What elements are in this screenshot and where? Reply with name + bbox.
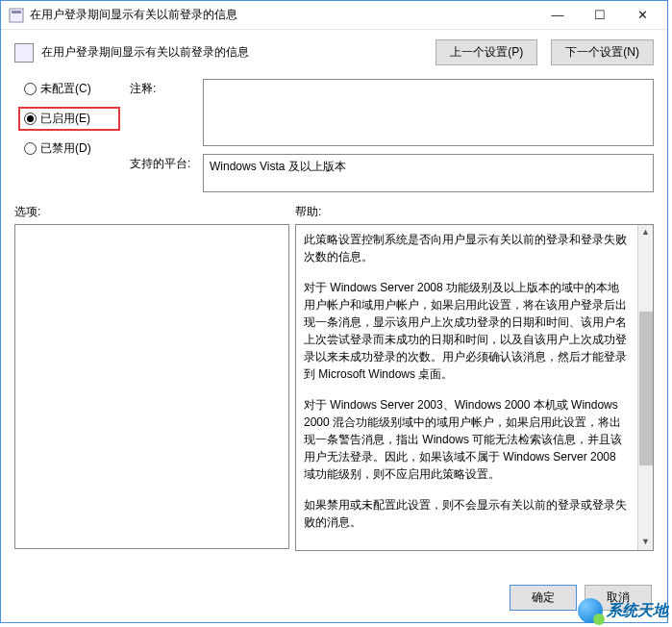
state-radio-group: 未配置(C) 已启用(E) 已禁用(D) [14, 79, 120, 157]
window-title: 在用户登录期间显示有关以前登录的信息 [30, 7, 536, 23]
help-paragraph: 对于 Windows Server 2008 功能级别及以上版本的域中的本地用户… [304, 279, 628, 383]
help-box: 此策略设置控制系统是否向用户显示有关以前的登录和登录失败次数的信息。 对于 Wi… [295, 224, 654, 551]
scroll-down-icon[interactable]: ▼ [638, 535, 654, 550]
previous-setting-button[interactable]: 上一个设置(P) [436, 39, 537, 65]
fields-column: 注释: 支持的平台: Windows Vista 及以上版本 [130, 79, 654, 192]
help-paragraph: 此策略设置控制系统是否向用户显示有关以前的登录和登录失败次数的信息。 [304, 231, 628, 265]
close-button[interactable]: ✕ [621, 2, 663, 29]
content-area: 在用户登录期间显示有关以前登录的信息 上一个设置(P) 下一个设置(N) 未配置… [1, 30, 667, 551]
radio-icon [24, 113, 37, 125]
radio-disabled[interactable]: 已禁用(D) [24, 140, 120, 157]
scroll-up-icon[interactable]: ▲ [638, 225, 654, 240]
lower-row: 选项: 帮助: 此策略设置控制系统是否向用户显示有关以前的登录和登录失败次数的信… [14, 204, 654, 551]
ok-button[interactable]: 确定 [510, 585, 577, 611]
platform-value: Windows Vista 及以上版本 [210, 160, 346, 173]
titlebar: 在用户登录期间显示有关以前登录的信息 — ☐ ✕ [1, 1, 667, 30]
help-paragraph: 对于 Windows Server 2003、Windows 2000 本机或 … [304, 396, 628, 483]
radio-enabled[interactable]: 已启用(E) [24, 111, 114, 127]
radio-label: 已启用(E) [40, 111, 90, 127]
cancel-button[interactable]: 取消 [585, 585, 652, 611]
platform-row: 支持的平台: Windows Vista 及以上版本 [130, 154, 654, 192]
platform-label: 支持的平台: [130, 154, 195, 192]
scroll-thumb[interactable] [639, 312, 653, 465]
radio-column: 未配置(C) 已启用(E) 已禁用(D) [14, 79, 120, 192]
footer-buttons: 确定 取消 [510, 585, 652, 611]
help-paragraph: 如果禁用或未配置此设置，则不会显示有关以前的登录或登录失败的消息。 [304, 496, 628, 531]
help-column: 帮助: 此策略设置控制系统是否向用户显示有关以前的登录和登录失败次数的信息。 对… [295, 204, 654, 551]
radio-not-configured[interactable]: 未配置(C) [24, 81, 120, 97]
options-box [14, 224, 289, 549]
help-scrollbar[interactable]: ▲ ▼ [637, 225, 653, 550]
policy-icon [14, 43, 34, 63]
policy-editor-window: 在用户登录期间显示有关以前登录的信息 — ☐ ✕ 在用户登录期间显示有关以前登录… [0, 0, 668, 623]
radio-label: 已禁用(D) [40, 140, 91, 157]
comment-row: 注释: [130, 79, 654, 146]
comment-label: 注释: [130, 79, 195, 146]
radio-label: 未配置(C) [40, 81, 91, 97]
comment-input[interactable] [203, 79, 654, 146]
header-row: 在用户登录期间显示有关以前登录的信息 上一个设置(P) 下一个设置(N) [14, 39, 654, 65]
options-column: 选项: [14, 204, 289, 551]
radio-icon [24, 142, 37, 155]
policy-title: 在用户登录期间显示有关以前登录的信息 [41, 44, 422, 61]
next-setting-button[interactable]: 下一个设置(N) [551, 39, 654, 65]
supported-platform-box: Windows Vista 及以上版本 [203, 154, 654, 192]
help-label: 帮助: [295, 204, 654, 220]
maximize-button[interactable]: ☐ [579, 2, 621, 29]
enabled-highlight: 已启用(E) [18, 107, 120, 131]
policy-window-icon [9, 8, 24, 23]
radio-icon [24, 83, 37, 95]
minimize-button[interactable]: — [536, 2, 579, 29]
options-label: 选项: [14, 204, 289, 220]
config-row: 未配置(C) 已启用(E) 已禁用(D) 注 [14, 79, 654, 192]
svg-rect-1 [12, 11, 21, 13]
window-controls: — ☐ ✕ [536, 2, 663, 29]
